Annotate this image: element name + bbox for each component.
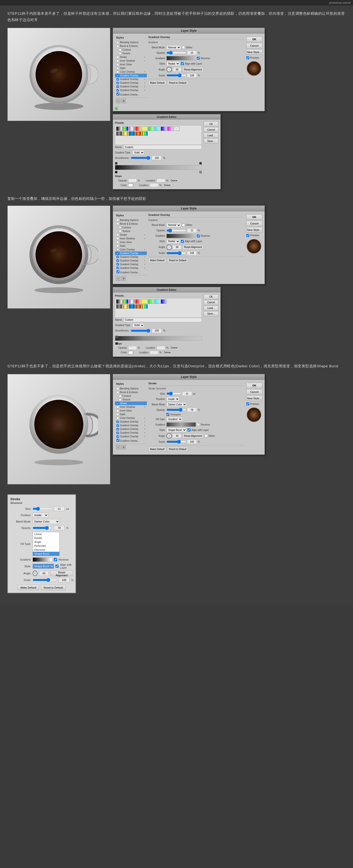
dither-checkbox-1[interactable] (182, 46, 185, 49)
name-input-1[interactable] (123, 145, 202, 149)
preset-swatch-gold[interactable] (122, 131, 129, 136)
style-go2-3[interactable]: Gradient Overlay + (115, 424, 147, 427)
preset-swatch2-gold[interactable] (122, 304, 129, 309)
gradient-overlay-active2-cb[interactable] (116, 252, 119, 254)
texture2-cb[interactable] (119, 230, 121, 232)
opacity-delete-btn-1[interactable]: Delete (169, 179, 179, 182)
go3-3-cb[interactable] (116, 428, 119, 430)
style-satin-2[interactable]: Satin (115, 244, 147, 248)
style-gradient-overlay-active-1[interactable]: Gradient Overlay + (115, 74, 147, 78)
sp-position-select[interactable]: Inside Outside Center (33, 513, 48, 518)
preset-swatch-red[interactable] (135, 126, 141, 131)
preset-swatch2-spectrum[interactable] (142, 304, 148, 309)
satin3-cb[interactable] (116, 413, 119, 416)
style-go3-3[interactable]: Gradient Overlay + (115, 427, 147, 431)
reverse3-cb[interactable] (197, 423, 200, 426)
style-gradient-overlay-4b[interactable]: Gradient Overlay + (115, 262, 147, 266)
align-layer-checkbox-1[interactable] (181, 62, 184, 65)
stroke2-cb[interactable] (116, 234, 119, 236)
preset-swatch-copper[interactable] (135, 131, 141, 136)
inner-shadow3-cb[interactable] (116, 406, 119, 408)
gradient-overlay5-checkbox-1[interactable] (116, 89, 119, 92)
sp-scale-slider[interactable] (33, 578, 57, 582)
style-select-3[interactable]: Shape Burst (167, 428, 186, 432)
gradient-type-select-1[interactable]: Solid (132, 150, 144, 155)
style-inner-glow-3[interactable]: Inner Glow (115, 409, 147, 412)
fill-angle[interactable]: Angle (33, 540, 59, 544)
go2b-cb[interactable] (116, 256, 119, 258)
go4-3-cb[interactable] (116, 432, 119, 434)
style-add-btn-2[interactable]: + (116, 277, 120, 281)
style-go5-3[interactable]: Gradient Overlay + (115, 435, 147, 438)
bevel2-cb[interactable] (116, 222, 119, 225)
style-blending-options-1[interactable]: Blending Options (115, 40, 147, 44)
opacity-stop-input-2[interactable] (128, 346, 137, 350)
preset-swatch2-yellow[interactable] (142, 299, 148, 304)
style-go4-3[interactable]: Gradient Overlay + (115, 431, 147, 435)
sp-blend-select[interactable]: Darker Color (33, 519, 60, 524)
fill-shape-burst[interactable]: Shape Burst (33, 552, 59, 556)
size-input-3[interactable] (182, 392, 192, 396)
style-gradient-overlay-5b[interactable]: Gradient Overlay + (115, 266, 147, 270)
preset-swatch-spectrum[interactable] (142, 131, 148, 136)
preset-swatch2-bw[interactable] (116, 299, 122, 304)
preset-swatch-green[interactable] (148, 126, 154, 131)
preview2-cb[interactable] (246, 234, 249, 237)
preset-swatch-chrome[interactable] (129, 126, 135, 131)
style-stroke-active-3[interactable]: Stroke + (115, 401, 147, 405)
sp-angle-dial[interactable]: ↗ (33, 571, 37, 576)
angle-dial-3[interactable]: ↗ (167, 433, 172, 438)
inner-glow3-cb[interactable] (116, 409, 119, 412)
satin-checkbox-1[interactable] (116, 67, 119, 69)
color-location-input-1[interactable] (150, 183, 158, 187)
style-contour-3[interactable]: Contour (115, 394, 147, 398)
gradient-overlay3-checkbox-1[interactable] (116, 82, 119, 84)
style-contour-1[interactable]: Contour (115, 48, 147, 52)
go4b-cb[interactable] (116, 263, 119, 266)
blend-mode-select-3[interactable]: Darker Color (167, 402, 187, 407)
fill-type-select-3[interactable]: Gradient (167, 417, 182, 421)
sp-angle-input[interactable] (39, 571, 49, 576)
opacity-loc-input-2[interactable] (156, 346, 165, 350)
reset-default-btn-2[interactable]: Reset to Default (167, 258, 188, 263)
blend-mode-select-1[interactable]: Normal (167, 45, 181, 50)
gradient-bar-2[interactable] (167, 234, 196, 238)
stroke3-cb[interactable] (116, 402, 119, 405)
preview3-cb[interactable] (246, 402, 249, 405)
inner-shadow2-cb[interactable] (116, 237, 119, 240)
preset-swatch2-rainbow[interactable] (122, 299, 129, 304)
go6-3-cb[interactable] (116, 439, 119, 442)
sp-gradient-bar[interactable] (33, 557, 52, 562)
style-satin-1[interactable]: Satin (115, 66, 147, 70)
ge-save-btn-2[interactable]: Save... (204, 311, 218, 316)
color-swatch-2[interactable] (128, 351, 133, 354)
style-settings-btn-2[interactable]: ⚙ (121, 277, 126, 281)
preset-swatch-cyan[interactable] (154, 126, 160, 131)
satin2-cb[interactable] (116, 245, 119, 247)
cancel-btn-3[interactable]: Cancel (246, 389, 262, 395)
color-del-btn-2[interactable]: Delete (163, 351, 172, 354)
go5-3-cb[interactable] (116, 435, 119, 438)
go5b-cb[interactable] (116, 267, 119, 269)
angle-input-1[interactable] (173, 67, 181, 72)
new-style-btn-2[interactable]: New Style... (246, 227, 262, 232)
ok-btn-1[interactable]: OK (246, 37, 262, 42)
color-stop-2[interactable] (199, 171, 202, 173)
fill-radial[interactable]: Radial (33, 536, 59, 540)
opacity-stop-top-1[interactable] (115, 336, 118, 338)
position-select-3[interactable]: Inside (167, 397, 179, 401)
ge-ok-btn-1[interactable]: OK (204, 122, 218, 126)
gradient-overlay6-checkbox-1[interactable] (116, 93, 119, 95)
scale-input-3[interactable] (187, 439, 197, 444)
style-gradient-overlay-6-1[interactable]: Gradient Overla... (115, 92, 147, 96)
preset-swatch-blue2[interactable] (129, 131, 135, 136)
preset-swatch-dark[interactable] (116, 131, 122, 136)
gradient-overlay4-checkbox-1[interactable] (116, 86, 119, 88)
ge-save-btn-1[interactable]: Save... (204, 138, 218, 144)
style-bevel-2[interactable]: Bevel & Emboss (115, 222, 147, 226)
reset-default-btn-3[interactable]: Reset to Default (167, 447, 188, 452)
fill-linear[interactable]: Linear (33, 532, 59, 536)
cancel-btn-1[interactable]: Cancel (246, 43, 262, 49)
style-gradient-overlay-4-1[interactable]: Gradient Overlay + (115, 85, 147, 88)
style-gradient-overlay-3-1[interactable]: Gradient Overlay + (115, 81, 147, 85)
